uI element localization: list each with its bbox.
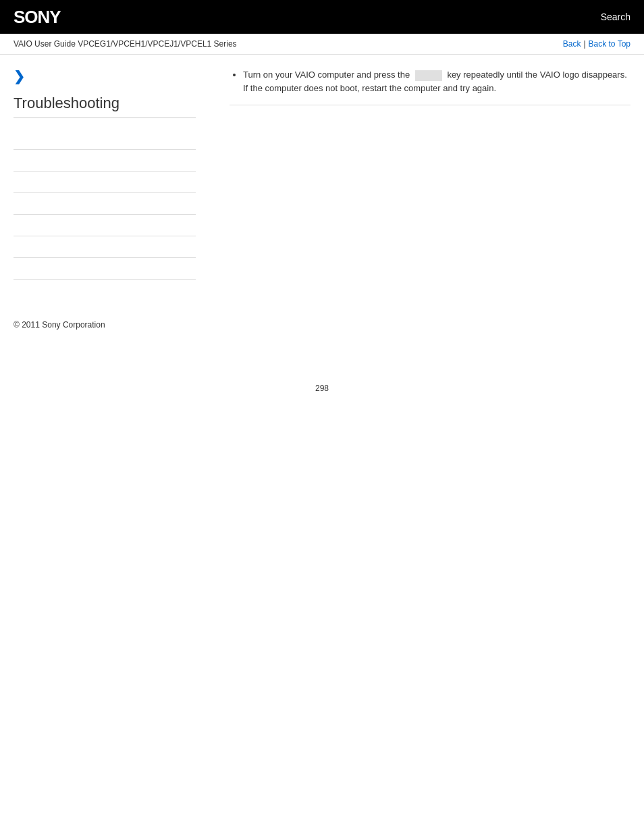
list-item: [14, 172, 196, 193]
nav-separator: |: [583, 39, 585, 49]
guide-title: VAIO User Guide VPCEG1/VPCEH1/VPCEJ1/VPC…: [14, 39, 237, 49]
list-item: [14, 236, 196, 258]
sidebar-link[interactable]: [14, 264, 16, 273]
chevron-icon: ❯: [14, 68, 196, 84]
sidebar-link[interactable]: [14, 199, 16, 209]
list-item: [14, 128, 196, 150]
sony-logo: SONY: [14, 7, 61, 28]
list-item: [14, 193, 196, 215]
back-to-top-link[interactable]: Back to Top: [589, 39, 630, 49]
page-number-text: 298: [315, 384, 329, 393]
breadcrumb-bar: VAIO User Guide VPCEG1/VPCEH1/VPCEJ1/VPC…: [0, 34, 644, 55]
content-item: Turn on your VAIO computer and press the…: [243, 68, 630, 95]
sidebar-link[interactable]: [14, 156, 16, 165]
content-separator: [230, 105, 630, 105]
sidebar-link[interactable]: [14, 242, 16, 252]
sidebar-link[interactable]: [14, 134, 16, 144]
content-area: Turn on your VAIO computer and press the…: [216, 68, 630, 280]
site-header: SONY Search: [0, 0, 644, 34]
bullet-text-2: key repeatedly until the VAIO logo disap…: [447, 70, 626, 80]
main-content: ❯ Troubleshooting Turn on your VAIO comp…: [0, 55, 644, 293]
sidebar: ❯ Troubleshooting: [14, 68, 216, 280]
copyright-text: © 2011 Sony Corporation: [14, 320, 105, 330]
list-item: [14, 150, 196, 172]
bullet-text-3: If the computer does not boot, restart t…: [243, 83, 496, 93]
sidebar-link[interactable]: [14, 221, 16, 230]
list-item: [14, 258, 196, 280]
page-number: 298: [0, 343, 644, 407]
footer-copyright: © 2011 Sony Corporation: [0, 307, 644, 343]
key-placeholder: [415, 70, 442, 81]
bullet-text-1: Turn on your VAIO computer and press the: [243, 70, 410, 80]
search-button[interactable]: Search: [601, 11, 630, 22]
back-link[interactable]: Back: [563, 39, 581, 49]
content-list: Turn on your VAIO computer and press the…: [230, 68, 630, 95]
nav-links: Back | Back to Top: [563, 39, 630, 49]
sidebar-links: [14, 128, 196, 280]
list-item: [14, 215, 196, 236]
sidebar-link[interactable]: [14, 178, 16, 187]
section-title: Troubleshooting: [14, 95, 196, 118]
